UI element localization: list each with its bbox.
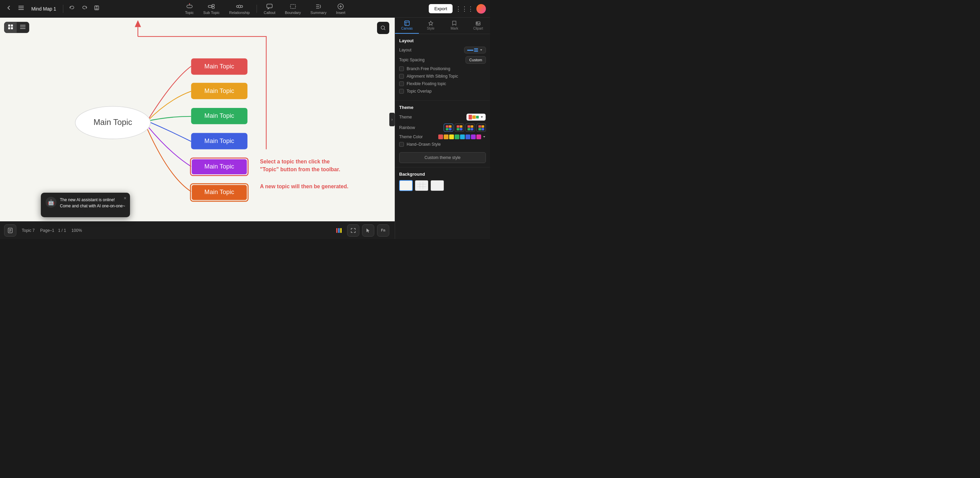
toolbar-center: Topic Sub Topic Relationship (105, 2, 425, 16)
fn-button[interactable]: Fn (377, 225, 389, 237)
tool-callout[interactable]: Callout (259, 2, 279, 16)
tab-mark-label: Mark (450, 27, 458, 30)
flexible-checkbox[interactable] (399, 81, 404, 86)
svg-rect-0 (18, 6, 24, 6)
hand-drawn-row[interactable]: Hand–Drawn Style (399, 142, 486, 147)
color-yellow[interactable] (449, 134, 454, 139)
panel-collapse-arrow[interactable]: › (389, 113, 395, 126)
bg-grid[interactable] (415, 180, 428, 191)
card-view-button[interactable] (5, 22, 17, 33)
theme-row: Theme (399, 113, 486, 121)
svg-rect-23 (8, 24, 10, 27)
color-red[interactable] (438, 134, 443, 139)
svg-rect-24 (11, 24, 13, 27)
theme-color-3 (476, 116, 479, 118)
rc3-4 (471, 128, 473, 131)
branch-free-checkbox[interactable] (399, 66, 404, 71)
notification-content: 🤖 The new AI assistant is online! Come a… (46, 197, 125, 209)
rainbow-options (444, 124, 486, 132)
rainbow-option-1[interactable] (444, 124, 453, 132)
tool-boundary[interactable]: Boundary (281, 2, 305, 16)
flexible-row[interactable]: Flexible Floating topic (399, 81, 486, 86)
brand-bar-3 (340, 228, 342, 233)
tab-clipart-label: Clipart (473, 27, 483, 30)
background-title: Background (399, 172, 486, 177)
background-section: Background (395, 167, 490, 195)
tool-relationship[interactable]: Relationship (225, 2, 254, 16)
tab-mark[interactable]: Mark (443, 18, 466, 34)
color-pink[interactable] (476, 134, 481, 139)
rainbow-row: Rainbow (399, 124, 486, 132)
svg-rect-11 (212, 7, 215, 8)
back-button[interactable] (4, 4, 14, 14)
alignment-row[interactable]: Alignment With Sibling Topic (399, 74, 486, 79)
bg-plain[interactable] (399, 180, 413, 191)
topic-label-6: Main Topic (205, 188, 234, 195)
tab-style[interactable]: Style (419, 18, 443, 34)
theme-color-selector[interactable] (438, 134, 486, 139)
branch-free-label: Branch Free Positioning (407, 66, 450, 71)
theme-select-chevron (480, 115, 484, 119)
layout-line (467, 50, 473, 51)
redo-button[interactable] (80, 4, 89, 14)
brand-bar-2 (338, 228, 340, 233)
toolbar-divider (63, 5, 63, 13)
fullscreen-toggle[interactable] (347, 225, 360, 237)
bg-dots[interactable] (430, 180, 444, 191)
rc4-1 (479, 125, 481, 127)
save-button[interactable] (92, 4, 102, 14)
rainbow-option-2[interactable] (455, 124, 464, 132)
notification-close[interactable]: × (124, 195, 127, 201)
topic-label-2: Main Topic (205, 87, 234, 94)
tab-canvas[interactable]: Canvas (395, 18, 419, 34)
overlap-checkbox[interactable] (399, 89, 404, 94)
instruction-line1: Select a topic then click the (260, 159, 330, 164)
tool-topic[interactable]: Topic (181, 2, 198, 16)
rainbow-option-4[interactable] (476, 124, 486, 132)
alignment-checkbox[interactable] (399, 74, 404, 79)
zoom-label: 100% (72, 228, 82, 233)
layout-select[interactable] (464, 47, 486, 53)
list-view-button[interactable] (17, 22, 29, 33)
tool-summary[interactable]: Summary (306, 2, 331, 16)
background-options (399, 180, 486, 191)
undo-button[interactable] (67, 4, 77, 14)
layout-mini-line-1 (474, 48, 478, 49)
tab-clipart[interactable]: Clipart (466, 18, 490, 34)
color-purple[interactable] (471, 134, 476, 139)
notification-text: The new AI assistant is online! Come and… (60, 197, 125, 209)
canvas-search-button[interactable] (377, 22, 389, 34)
color-cyan[interactable] (460, 134, 465, 139)
color-palette (438, 134, 481, 139)
topic-spacing-value[interactable]: Custom (466, 56, 486, 64)
color-blue[interactable] (466, 134, 470, 139)
color-orange[interactable] (444, 134, 449, 139)
apps-icon[interactable]: ⋮⋮⋮ (455, 5, 474, 13)
export-button[interactable]: Export (429, 4, 453, 13)
rc-1 (446, 125, 449, 127)
svg-marker-8 (189, 3, 190, 4)
hand-drawn-checkbox[interactable] (399, 142, 404, 147)
menu-button[interactable] (16, 4, 26, 14)
canvas-area[interactable]: Main Topic Main Topic Main Topic Main To… (0, 18, 395, 221)
rc4-4 (482, 128, 484, 131)
tool-subtopic[interactable]: Sub Topic (199, 2, 224, 16)
svg-rect-29 (20, 28, 25, 29)
theme-select[interactable] (466, 113, 486, 121)
overlap-row[interactable]: Topic Overlap (399, 89, 486, 94)
theme-color-row: Theme Color (399, 134, 486, 139)
bottom-right-icons: Fn (347, 225, 389, 237)
toolbar-center-divider (256, 5, 257, 13)
custom-theme-button[interactable]: Custom theme style (399, 152, 486, 163)
svg-rect-6 (187, 5, 192, 8)
layout-label: Layout (399, 48, 411, 53)
tab-style-label: Style (427, 27, 434, 30)
branch-free-row[interactable]: Branch Free Positioning (399, 66, 486, 71)
tool-insert[interactable]: Insert (332, 2, 350, 16)
page-icon-button[interactable] (4, 225, 16, 237)
rainbow-option-3[interactable] (466, 124, 475, 132)
cursor-mode-button[interactable] (362, 225, 374, 237)
color-green[interactable] (455, 134, 460, 139)
document-title: Mind Map 1 (31, 6, 56, 11)
user-avatar[interactable] (476, 4, 486, 14)
